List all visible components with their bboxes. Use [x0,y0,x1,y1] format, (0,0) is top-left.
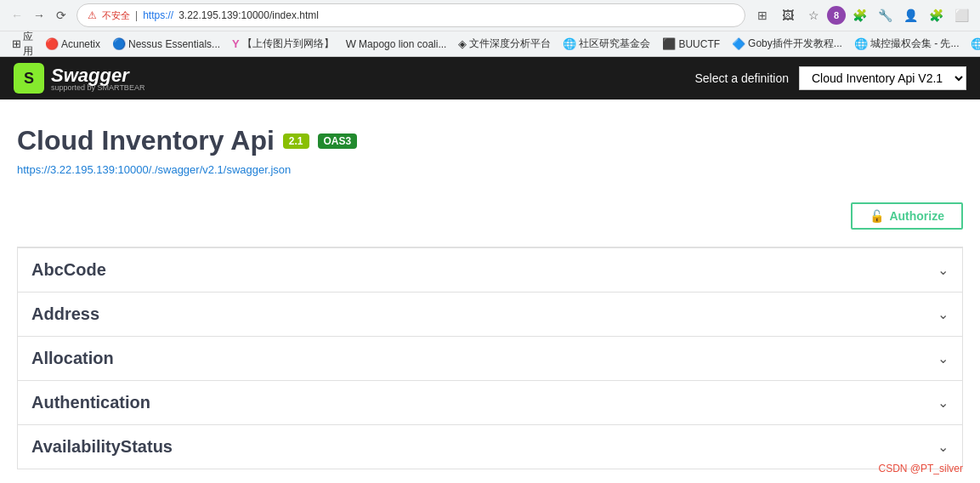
lock-icon: 🔓 [870,209,884,223]
bookmark-nessus-label: Nessus Essentials... [128,38,220,50]
bookmark-file-analysis-label: 文件深度分析平台 [469,37,551,51]
footer-note: CSDN @PT_silver [878,463,963,474]
swagger-logo-text-block: Swagger supported by SMARTBEAR [51,65,144,92]
buuctf-icon: ⬛ [662,37,676,50]
menu-icon-btn[interactable]: ⬜ [949,3,973,27]
swagger-logo-icon: S [14,63,44,94]
security-warning-text: 不安全 [102,9,130,22]
profile-avatar[interactable]: 8 [827,6,846,25]
bookmark-acunetix[interactable]: 🔴 Acunetix [40,36,105,52]
bookmark-community[interactable]: 🌐 社区研究基金会 [558,35,655,53]
section-abccode-chevron: ⌄ [938,262,949,278]
swagger-logo: S Swagger supported by SMARTBEAR [14,63,144,94]
ext4-icon-btn[interactable]: 🧩 [924,3,948,27]
bookmark-nessus[interactable]: 🔵 Nessus Essentials... [107,36,225,52]
oas-badge: OAS3 [318,134,358,149]
browser-toolbar: ← → ⟳ ⚠ 不安全 | https://3.22.195.139:10000… [0,0,980,31]
file-analysis-icon: ◈ [458,37,467,50]
bookmark-buuctf-label: BUUCTF [678,38,720,50]
community-icon: 🌐 [563,37,576,50]
section-address-name: Address [31,304,99,324]
section-allocation-name: Allocation [31,349,114,368]
bookmark-upload-label: 【上传图片到网络】 [242,37,334,51]
windows-icon: 🌐 [971,37,980,50]
authorize-section: 🔓 Authorize [17,194,963,247]
api-title: Cloud Inventory Api [17,125,275,156]
toolbar-icons: ⊞ 🖼 ☆ 8 🧩 🔧 👤 🧩 ⬜ [751,3,973,27]
authorize-button[interactable]: 🔓 Authorize [851,202,963,230]
nav-buttons: ← → ⟳ [7,5,71,26]
city-control-icon: 🌐 [854,37,868,50]
security-warning-icon: ⚠ [88,9,97,21]
authorize-btn-label: Authorize [889,209,944,223]
section-authentication-right: ⌄ [938,395,949,411]
apps-grid-icon: ⊞ [12,37,21,50]
section-address-chevron: ⌄ [938,306,949,322]
api-sections-list: AbcCode ⌄ Address ⌄ Allocation ⌄ Authent… [17,247,963,469]
screenshot-icon-btn[interactable]: 🖼 [776,3,800,27]
select-definition-label: Select a definition [694,71,789,85]
section-allocation-chevron: ⌄ [938,350,949,367]
section-address[interactable]: Address ⌄ [18,293,962,337]
acunetix-icon: 🔴 [45,37,59,50]
section-abccode[interactable]: AbcCode ⌄ [18,248,962,293]
bookmark-community-label: 社区研究基金会 [579,37,650,51]
mapogo-icon: W [346,37,356,50]
section-allocation-right: ⌄ [938,350,949,367]
url-rest: 3.22.195.139:10000/index.html [178,9,734,21]
browser-chrome: ← → ⟳ ⚠ 不安全 | https://3.22.195.139:10000… [0,0,980,57]
bookmark-goby[interactable]: 🔷 Goby插件开发教程... [727,35,847,53]
section-authentication[interactable]: Authentication ⌄ [18,381,962,425]
section-availability-status[interactable]: AvailabilityStatus ⌄ [18,425,962,469]
definition-select[interactable]: Cloud Inventory Api V2.1 [799,66,966,90]
section-abccode-name: AbcCode [31,260,106,280]
apps-button[interactable]: ⊞ 应用 [7,31,38,56]
extension-icon-btn[interactable]: 🧩 [847,3,871,27]
swagger-header: S Swagger supported by SMARTBEAR Select … [0,57,980,99]
reload-button[interactable]: ⟳ [51,5,71,26]
section-authentication-name: Authentication [31,393,150,412]
bookmark-goby-label: Goby插件开发教程... [748,37,842,51]
section-availability-status-name: AvailabilityStatus [31,437,173,457]
api-title-row: Cloud Inventory Api 2.1 OAS3 [17,125,963,156]
section-allocation[interactable]: Allocation ⌄ [18,337,962,381]
nessus-icon: 🔵 [112,37,126,50]
bookmark-buuctf[interactable]: ⬛ BUUCTF [657,36,725,52]
goby-icon: 🔷 [732,37,745,50]
bookmark-mapogo[interactable]: W Mapogo lion coali... [341,36,452,52]
api-swagger-url[interactable]: https://3.22.195.139:10000/./swagger/v2.… [17,163,291,176]
address-bar[interactable]: ⚠ 不安全 | https://3.22.195.139:10000/index… [76,3,745,27]
main-content: Cloud Inventory Api 2.1 OAS3 https://3.2… [0,99,980,483]
section-abccode-right: ⌄ [938,262,949,278]
bookmark-windows[interactable]: 🌐 Windows [966,36,980,52]
separator: | [135,9,138,21]
apps-label: 应用 [23,31,33,56]
bookmark-mapogo-label: Mapogo lion coali... [359,38,446,50]
section-address-right: ⌄ [938,306,949,322]
section-authentication-chevron: ⌄ [938,395,949,411]
api-title-section: Cloud Inventory Api 2.1 OAS3 https://3.2… [17,116,963,194]
version-badge: 2.1 [283,134,309,149]
translate-icon-btn[interactable]: ⊞ [751,3,774,27]
swagger-logo-subtitle: supported by SMARTBEAR [51,83,144,92]
bookmark-acunetix-label: Acunetix [61,38,100,50]
bookmark-upload[interactable]: Y 【上传图片到网络】 [227,35,339,53]
swagger-s-letter: S [24,70,34,88]
star-icon-btn[interactable]: ☆ [802,3,825,27]
ext2-icon-btn[interactable]: 🔧 [873,3,897,27]
bookmarks-bar: ⊞ 应用 🔴 Acunetix 🔵 Nessus Essentials... Y… [0,31,980,56]
back-button[interactable]: ← [7,5,27,26]
bookmark-city-control[interactable]: 🌐 城控撮权会集 - 先... [849,35,965,53]
bookmark-city-control-label: 城控撮权会集 - 先... [870,37,960,51]
bookmark-file-analysis[interactable]: ◈ 文件深度分析平台 [453,35,556,53]
ext3-icon-btn[interactable]: 👤 [898,3,922,27]
section-availability-status-right: ⌄ [938,439,949,455]
url-secure-part: https:// [143,9,173,21]
forward-button[interactable]: → [29,5,49,26]
section-availability-status-chevron: ⌄ [938,439,949,455]
swagger-header-right: Select a definition Cloud Inventory Api … [694,66,966,90]
upload-icon: Y [232,37,240,50]
